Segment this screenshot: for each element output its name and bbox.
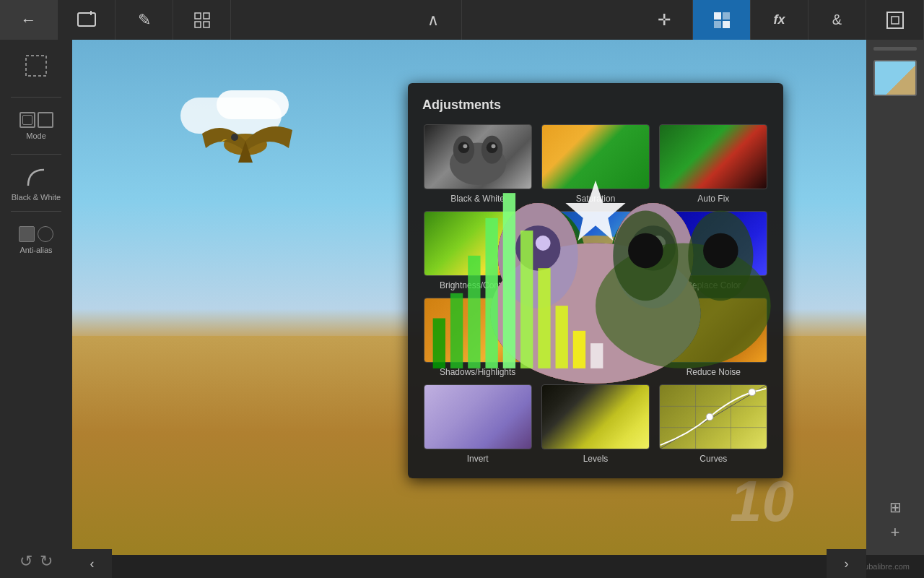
add-layer-icon[interactable]: + xyxy=(891,523,900,542)
corners-icon xyxy=(22,164,50,196)
redo-button[interactable]: ↻ xyxy=(40,552,53,571)
svg-rect-7 xyxy=(714,12,721,20)
svg-point-15 xyxy=(231,134,238,141)
undo-button[interactable]: ↺ xyxy=(19,552,32,571)
nav-right-button[interactable]: › xyxy=(827,549,866,578)
eagle-element xyxy=(173,98,318,191)
main-area: Mode Black & White Anti-alias xyxy=(0,40,924,578)
svg-rect-13 xyxy=(26,56,46,76)
adjustments-button[interactable] xyxy=(693,0,751,40)
sidebar-bottom: ↺ ↻ xyxy=(0,552,72,571)
canvas-area: 10 Adjustments xyxy=(72,40,866,578)
add-button[interactable]: ✛ xyxy=(635,0,693,40)
selection-tool[interactable] xyxy=(7,47,65,90)
nav-left-button[interactable]: ‹ xyxy=(72,549,112,578)
sidebar-divider-2 xyxy=(11,154,61,155)
svg-rect-5 xyxy=(195,22,201,27)
effects-button[interactable]: fx xyxy=(751,0,808,40)
sidebar-divider-3 xyxy=(11,211,61,212)
adjustments-panel: Adjustments xyxy=(408,83,783,478)
svg-rect-11 xyxy=(887,12,903,28)
adjustments-grid: Black & White Saturation xyxy=(422,124,769,464)
undo-redo-group: ↺ ↻ xyxy=(19,552,53,571)
settings-button[interactable] xyxy=(173,0,231,40)
right-panel-thumb-indicator xyxy=(873,47,917,51)
bottom-bar: Kubalibre.com xyxy=(0,555,924,578)
add-image-button[interactable] xyxy=(58,0,116,40)
svg-rect-0 xyxy=(78,13,95,26)
adj-thumb-levels xyxy=(541,384,650,449)
draw-button[interactable]: ✎ xyxy=(116,0,173,40)
right-panel: ⊞ + xyxy=(866,40,924,578)
overlay-button[interactable]: & xyxy=(808,0,866,40)
selection-icon xyxy=(23,53,49,83)
adj-item-levels[interactable]: Levels xyxy=(540,384,650,464)
export-button[interactable] xyxy=(866,0,924,40)
adj-thumb-curves xyxy=(659,384,767,449)
canvas-thumbnail[interactable] xyxy=(873,60,917,96)
corners-label: Black & White xyxy=(12,193,61,202)
left-sidebar: Mode Black & White Anti-alias xyxy=(0,40,72,578)
svg-rect-4 xyxy=(204,13,209,19)
svg-rect-6 xyxy=(204,22,209,27)
mode-tool[interactable]: Mode xyxy=(7,104,65,147)
svg-rect-8 xyxy=(723,12,730,20)
watermark: Kubalibre.com xyxy=(859,562,910,571)
corners-tool[interactable]: Black & White xyxy=(7,161,65,204)
svg-rect-9 xyxy=(714,21,721,28)
sidebar-divider-1 xyxy=(11,97,61,98)
top-toolbar: ← ✎ ∧ ✛ fx & xyxy=(0,0,924,40)
svg-point-103 xyxy=(707,413,714,420)
canvas-thumbnail-preview xyxy=(875,61,915,95)
right-panel-actions: ⊞ + xyxy=(866,499,924,542)
mode-icon xyxy=(19,112,53,128)
layers-icon[interactable]: ⊞ xyxy=(889,499,902,516)
svg-rect-12 xyxy=(892,17,899,24)
antialias-icon xyxy=(19,226,53,242)
svg-rect-10 xyxy=(723,21,730,28)
antialias-tool[interactable]: Anti-alias xyxy=(7,218,65,262)
svg-point-104 xyxy=(749,389,756,396)
back-button[interactable]: ← xyxy=(0,0,58,40)
collapse-button[interactable]: ∧ xyxy=(404,0,462,40)
svg-rect-3 xyxy=(195,13,201,19)
antialias-label: Anti-alias xyxy=(19,246,52,254)
mode-label: Mode xyxy=(26,131,46,140)
